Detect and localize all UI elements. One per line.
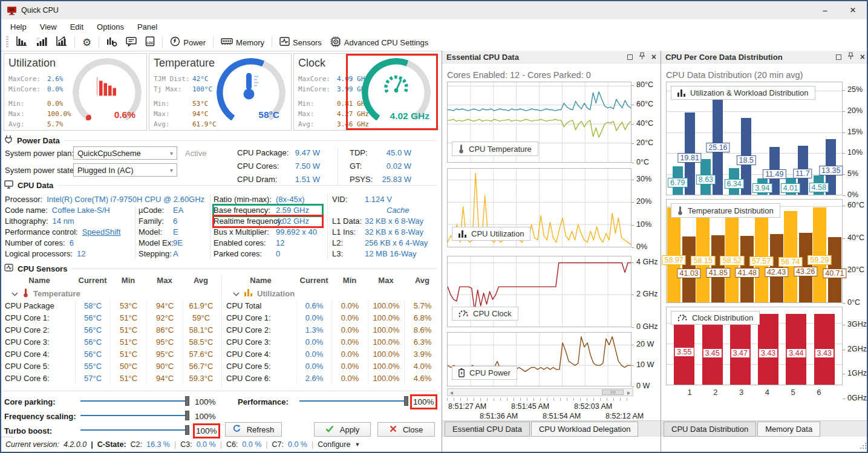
power-state-select[interactable]: Plugged In (AC)▾ <box>73 163 177 177</box>
settings-button[interactable]: ⚙ <box>78 35 96 50</box>
chevron-down-icon[interactable] <box>233 289 240 298</box>
table-header: NameCurrentMinMaxAvg <box>4 275 220 287</box>
chart-rise-button[interactable] <box>51 35 71 50</box>
close-panel-icon[interactable]: × <box>651 53 656 61</box>
core-parking-label: Core parking: <box>4 397 56 406</box>
chart-legend: CPU Utilization <box>452 227 530 241</box>
comment-icon <box>126 37 137 48</box>
bar: 6.34 <box>729 168 739 195</box>
power-button[interactable]: Power <box>166 35 210 50</box>
gauge-stat-row: MinCore:0.0% <box>8 84 71 94</box>
bar-group: 3.43 <box>758 307 778 385</box>
sensors-button[interactable]: Sensors <box>275 35 326 50</box>
per-core-distribution-panel: CPU Per Core Data Distribution × CPU Dat… <box>661 51 868 452</box>
kv-row: Stepping:A <box>139 249 183 259</box>
toolbar-grip[interactable] <box>6 36 8 48</box>
bar: 56.74 <box>784 211 797 302</box>
menu-item-options[interactable]: Options <box>90 21 131 33</box>
gauge-stat-row: Avg:61.9°C <box>154 119 217 129</box>
toolbar: ⚙ LOG Power Memory Sensors Advanced CPU … <box>1 34 867 51</box>
apply-button[interactable]: Apply <box>314 422 371 437</box>
scroll-left-arrow[interactable] <box>448 389 455 396</box>
menu-item-panel[interactable]: Panel <box>131 21 164 33</box>
resize-grip[interactable] <box>860 442 867 449</box>
scroll-right-arrow[interactable] <box>625 389 633 396</box>
kv-row: Model Ex:9E <box>139 238 183 249</box>
turbo-boost-slider[interactable] <box>80 425 189 435</box>
close-button[interactable]: × <box>839 1 867 19</box>
cpu-temperature-chart: CPU Temperature80°C60°C40°C20°C0°C <box>447 82 659 163</box>
pin-icon[interactable] <box>848 52 853 62</box>
utilization-gauge: 0.6% <box>73 58 142 127</box>
power-icon <box>170 36 180 48</box>
chevron-down-icon[interactable] <box>11 289 18 298</box>
menu-item-view[interactable]: View <box>33 21 64 33</box>
y-tick-label: 40°C <box>636 119 653 128</box>
close-action-button[interactable]: Close <box>377 422 435 437</box>
performance-slider[interactable] <box>299 396 408 406</box>
clock-card: Clock MaxCore:4.09 GHzMinCore:3.99 GHzMi… <box>293 53 438 131</box>
bar-value-label: 25.16 <box>706 143 729 152</box>
memory-button[interactable]: Memory <box>217 35 269 50</box>
menu-item-edit[interactable]: Edit <box>64 21 90 33</box>
thermometer-icon <box>23 288 28 299</box>
horizontal-scrollbar[interactable] <box>447 388 633 396</box>
restore-icon[interactable] <box>627 54 633 60</box>
memory-button-label: Memory <box>236 38 264 47</box>
tab-cpu-workload-delegation[interactable]: CPU Workload Delegation <box>531 422 639 437</box>
y-tick-label: 10 W <box>636 360 654 369</box>
sensor-row: CPU Core 2:1.3%0.0%100.0%8.6% <box>225 324 440 336</box>
utilization-bars-icon <box>96 76 118 97</box>
plot-area: 6.7919.818.6325.166.3418.53.9411.494.011… <box>666 82 843 195</box>
clock-gauge: 4.02 GHz <box>362 58 431 127</box>
speedshift-link[interactable]: SpeedShift <box>82 227 121 238</box>
refresh-button[interactable]: Refresh <box>225 422 282 437</box>
tab-cpu-data-distribution[interactable]: CPU Data Distribution <box>664 422 756 437</box>
bar-value-label: 4.01 <box>781 183 800 193</box>
y-tick-mark <box>843 132 845 133</box>
chart-history-button[interactable] <box>11 35 31 50</box>
configure-menu[interactable]: Configure <box>318 440 350 449</box>
apply-button-label: Apply <box>340 425 360 434</box>
time-axis: 8:51:27 AM8:51:36 AM8:51:45 AM8:51:54 AM… <box>447 398 633 421</box>
chart-rise-icon <box>56 36 67 48</box>
tab-essential-cpu-data[interactable]: Essential CPU Data <box>445 422 530 437</box>
memory-icon <box>221 37 233 48</box>
scrollbar-thumb[interactable] <box>602 389 624 395</box>
toolbar-separator <box>162 37 163 48</box>
power-plan-select[interactable]: QuickCpuScheme▾ <box>73 146 177 160</box>
chart-settings-icon <box>106 36 117 48</box>
slider-thumb[interactable] <box>185 425 189 435</box>
minimize-button[interactable]: − <box>811 1 839 19</box>
frequency-scaling-slider[interactable] <box>80 411 189 420</box>
advanced-cpu-button[interactable]: Advanced CPU Settings <box>326 35 432 50</box>
bar: 3.43 <box>814 314 835 385</box>
y-tick-mark <box>631 143 634 144</box>
app-window: Quick CPU − × HelpViewEditOptionsPanel ⚙… <box>0 0 868 453</box>
slider-thumb[interactable] <box>404 396 408 406</box>
sensor-row: CPU Core 1:0.0%0.0%100.0%6.8% <box>225 312 440 324</box>
menu-item-help[interactable]: Help <box>4 21 33 33</box>
y-tick-mark <box>631 295 634 295</box>
y-tick-label: 20% <box>847 106 863 115</box>
log-button[interactable]: LOG <box>141 35 159 50</box>
cstate-label: C-State: <box>97 440 126 449</box>
core-parking-slider[interactable] <box>80 396 189 406</box>
slider-thumb[interactable] <box>185 396 189 406</box>
y-tick-label: 0°C <box>847 298 860 307</box>
cpu-data-header: CPU Data <box>4 180 437 190</box>
chart-levels-button[interactable] <box>31 35 51 50</box>
bar-value-label: 11.49 <box>763 169 786 179</box>
slider-thumb[interactable] <box>185 411 189 420</box>
restore-icon[interactable] <box>836 54 841 60</box>
chart-options-button[interactable] <box>102 35 122 50</box>
close-panel-icon[interactable]: × <box>860 53 865 61</box>
distribution-panel-header: CPU Per Core Data Distribution × <box>661 51 868 64</box>
bar: 58.52 <box>725 209 739 302</box>
pin-icon[interactable] <box>639 52 645 62</box>
y-tick-mark <box>843 350 845 350</box>
comment-button[interactable] <box>122 35 141 50</box>
tab-memory-data[interactable]: Memory Data <box>757 422 820 437</box>
bar-group: 3.43 <box>814 307 835 385</box>
x-icon <box>390 425 397 434</box>
